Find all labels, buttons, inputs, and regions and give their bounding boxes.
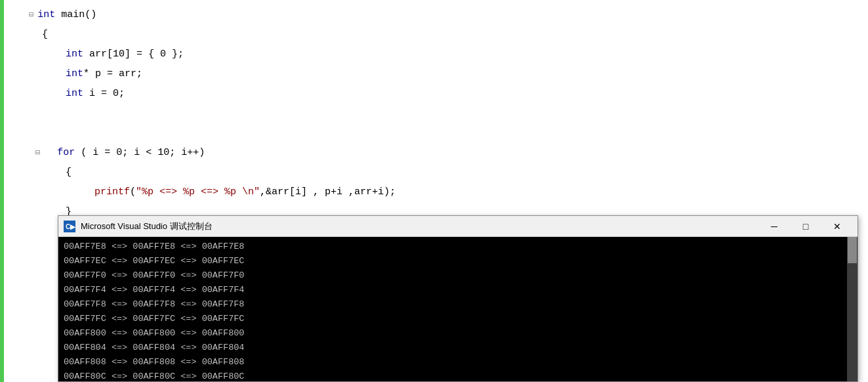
code-line-4: int* p = arr; [29, 64, 868, 84]
keyword-int-3: int [66, 45, 83, 64]
svg-text:C▶: C▶ [66, 223, 75, 230]
console-output-line-6: 00AFF7FC <=> 00AFF7FC <=> 00AFF7FC [64, 312, 842, 326]
collapse-icon-8[interactable]: ⊟ [35, 143, 40, 163]
console-scrollbar-thumb[interactable] [848, 237, 857, 263]
keyword-int-4: int [66, 64, 83, 84]
console-output-line-8: 00AFF804 <=> 00AFF804 <=> 00AFF804 [64, 341, 842, 355]
keyword-for: for [57, 143, 75, 163]
console-output-line-10: 00AFF80C <=> 00AFF80C <=> 00AFF80C [64, 370, 842, 381]
code-text-10a: ( [130, 182, 136, 202]
console-output-line-2: 00AFF7EC <=> 00AFF7EC <=> 00AFF7EC [64, 254, 842, 268]
close-button[interactable]: ✕ [822, 219, 852, 234]
code-line-8: ⊟ for ( i = 0; i < 10; i++) [29, 143, 868, 163]
code-text-10b: ,&arr[i] , p+i ,arr+i); [260, 182, 396, 202]
console-titlebar: C▶ Microsoft Visual Studio 调试控制台 ─ □ ✕ [58, 216, 858, 237]
console-output-area: 00AFF7E8 <=> 00AFF7E8 <=> 00AFF7E800AFF7… [58, 237, 847, 381]
code-line-1: ⊟int main() [29, 5, 868, 25]
keyword-int-1: int [37, 5, 55, 25]
console-title-text: Microsoft Visual Studio 调试控制台 [81, 221, 759, 232]
console-output-line-7: 00AFF800 <=> 00AFF800 <=> 00AFF800 [64, 326, 842, 341]
code-line-7 [29, 123, 868, 143]
collapse-icon-1[interactable]: ⊟ [29, 5, 33, 25]
keyword-int-5: int [66, 84, 83, 104]
code-text-9: { [66, 163, 72, 182]
code-text-3: arr[10] = { 0 }; [83, 45, 184, 64]
console-body: 00AFF7E8 <=> 00AFF7E8 <=> 00AFF7E800AFF7… [58, 237, 858, 381]
code-line-10: printf ( "%p <=> %p <=> %p \n" ,&arr[i] … [29, 182, 868, 202]
code-text-5: i = 0; [83, 84, 125, 104]
code-line-5: int i = 0; [29, 84, 868, 104]
code-text-1: main() [55, 5, 96, 25]
minimize-button[interactable]: ─ [759, 219, 789, 234]
code-content-area: ⊟int main() { int arr[10] = { 0 }; int* … [22, 0, 868, 227]
string-literal: "%p <=> %p <=> %p \n" [136, 182, 260, 202]
maximize-button[interactable]: □ [791, 219, 821, 234]
console-window-controls: ─ □ ✕ [759, 219, 852, 234]
code-text-4: * p = arr; [83, 64, 142, 84]
console-output-line-3: 00AFF7F0 <=> 00AFF7F0 <=> 00AFF7F0 [64, 268, 842, 283]
code-line-3: int arr[10] = { 0 }; [29, 45, 868, 64]
console-output-line-9: 00AFF808 <=> 00AFF808 <=> 00AFF808 [64, 355, 842, 370]
console-app-icon: C▶ [64, 221, 75, 232]
code-line-9: { [29, 163, 868, 182]
console-window: C▶ Microsoft Visual Studio 调试控制台 ─ □ ✕ 0… [58, 215, 858, 382]
code-text-8: ( i = 0; i < 10; i++) [75, 143, 205, 163]
console-output-line-5: 00AFF7F8 <=> 00AFF7F8 <=> 00AFF7F8 [64, 297, 842, 312]
function-printf: printf [94, 182, 130, 202]
console-output-line-1: 00AFF7E8 <=> 00AFF7E8 <=> 00AFF7E8 [64, 240, 842, 254]
green-indicator-bar [0, 0, 4, 382]
code-line-6 [29, 104, 868, 123]
code-text-2: { [42, 25, 48, 45]
console-scrollbar[interactable] [847, 237, 858, 381]
console-output-line-4: 00AFF7F4 <=> 00AFF7F4 <=> 00AFF7F4 [64, 283, 842, 297]
code-line-2: { [29, 25, 868, 45]
